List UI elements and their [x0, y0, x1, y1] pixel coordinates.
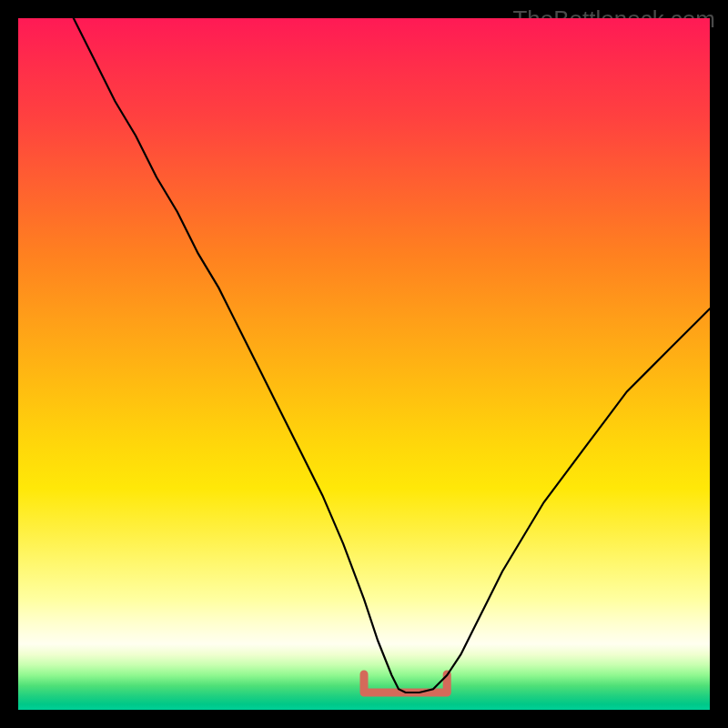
bottom-marker: [364, 674, 447, 693]
chart-svg: [18, 18, 710, 710]
plot-area: [18, 18, 710, 710]
bottleneck-curve: [74, 18, 710, 693]
chart-frame: TheBottleneck.com: [0, 0, 728, 728]
